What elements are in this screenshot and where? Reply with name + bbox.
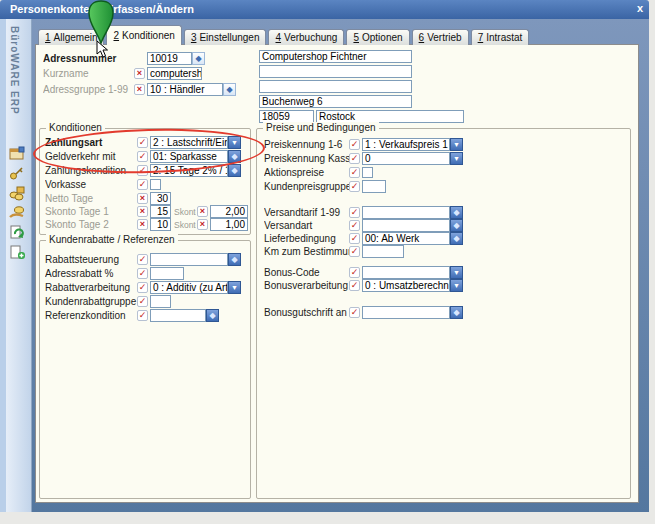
combo-arrow-icon[interactable]: ▼ xyxy=(450,152,463,165)
field-check-icon[interactable]: ✓ xyxy=(137,254,148,265)
lookup-icon[interactable]: ◆ xyxy=(228,164,241,177)
preiskennung-combobox[interactable]: 1 : Verkaufspreis 1 xyxy=(362,138,450,151)
name3-input[interactable] xyxy=(259,80,412,93)
kurzname-input[interactable]: computersh xyxy=(147,67,202,80)
bonusverarbeitung-combobox[interactable]: 0 : Umsatzberechnung Adr xyxy=(362,279,450,292)
field-check-icon[interactable]: ✓ xyxy=(349,233,360,244)
lookup-icon[interactable]: ◆ xyxy=(192,52,205,65)
lookup-icon[interactable]: ◆ xyxy=(450,219,463,232)
adressgruppe-combobox[interactable]: 10 : Händler xyxy=(147,83,223,96)
field-check-icon[interactable]: ✓ xyxy=(137,137,148,148)
skonto-prozent-1-input[interactable]: 2,00 xyxy=(210,205,248,218)
aktionspreise-checkbox[interactable] xyxy=(362,167,373,178)
field-check-icon[interactable]: ✓ xyxy=(349,267,360,278)
lookup-icon[interactable]: ◆ xyxy=(223,83,236,96)
main-panel: Adressnummer 10019 ◆ Kurzname × computer… xyxy=(35,44,639,503)
field-clear-icon[interactable]: × xyxy=(134,68,145,79)
field-row-referenzkondition: Referenzkondition ✓ ◆ xyxy=(45,309,219,322)
name1-input[interactable]: Computershop Fichtner xyxy=(259,50,412,63)
vorkasse-checkbox[interactable] xyxy=(150,179,161,190)
field-clear-icon[interactable]: × xyxy=(137,206,148,217)
tab-einstellungen[interactable]: 3Einstellungen xyxy=(184,29,267,45)
field-row-skonto-tage-2: Skonto Tage 2 × 10 Skonto % × 1,00 xyxy=(45,218,248,231)
geldverkehr-combobox[interactable]: 01: Sparkasse xyxy=(150,150,228,163)
combo-arrow-icon[interactable]: ▼ xyxy=(450,266,463,279)
lookup-icon[interactable]: ◆ xyxy=(450,232,463,245)
field-row-netto-tage: Netto Tage × 30 xyxy=(45,192,171,205)
field-check-icon[interactable]: ✓ xyxy=(137,151,148,162)
lookup-icon[interactable]: ◆ xyxy=(450,306,463,319)
field-check-icon[interactable]: ✓ xyxy=(137,296,148,307)
close-icon[interactable]: x xyxy=(637,0,643,17)
combo-arrow-icon[interactable]: ▼ xyxy=(450,138,463,151)
field-check-icon[interactable]: ✓ xyxy=(349,181,360,192)
km-bestimmungsort-input[interactable] xyxy=(362,245,404,258)
zahlungsart-combobox[interactable]: 2 : Lastschrift/Einzugserm xyxy=(150,136,228,149)
tab-verbuchung[interactable]: 4Verbuchung xyxy=(268,29,344,45)
lookup-icon[interactable]: ◆ xyxy=(228,253,241,266)
group-preise: Preise und Bedingungen Preiskennung 1-6 … xyxy=(256,128,631,499)
tab-konditionen[interactable]: 2Konditionen xyxy=(106,25,181,45)
coins-icon[interactable] xyxy=(9,186,25,201)
form-icon[interactable] xyxy=(9,146,25,161)
field-check-icon[interactable]: ✓ xyxy=(137,165,148,176)
netto-tage-input[interactable]: 30 xyxy=(150,192,171,205)
field-row-kundenrabattgruppe: Kundenrabattgruppe ✓ xyxy=(45,295,171,308)
rabattsteuerung-combobox[interactable] xyxy=(150,253,228,266)
kundenpreisgruppe-input[interactable] xyxy=(362,180,386,193)
combo-arrow-icon[interactable]: ▼ xyxy=(228,281,241,294)
street-input[interactable]: Buchenweg 6 xyxy=(259,95,412,108)
field-check-icon[interactable]: ✓ xyxy=(349,246,360,257)
key-icon[interactable] xyxy=(9,166,25,181)
referenzkondition-input[interactable] xyxy=(150,309,206,322)
payment-icon[interactable] xyxy=(9,205,25,220)
field-row-adressnummer: Adressnummer 10019 ◆ xyxy=(43,52,205,65)
document-add-icon[interactable] xyxy=(9,245,25,260)
field-check-icon[interactable]: ✓ xyxy=(349,207,360,218)
field-row-rabattverarbeitung: Rabattverarbeitung ✓ 0 : Additiv (zu Art… xyxy=(45,281,241,294)
skonto-tage-1-input[interactable]: 15 xyxy=(150,205,171,218)
lieferbedingung-combobox[interactable]: 00: Ab Werk xyxy=(362,232,450,245)
skonto-tage-2-input[interactable]: 10 xyxy=(150,218,171,231)
field-check-icon[interactable]: ✓ xyxy=(137,268,148,279)
field-clear-icon[interactable]: × xyxy=(134,84,145,95)
field-clear-icon[interactable]: × xyxy=(197,219,208,230)
bonusgutschrift-input[interactable] xyxy=(362,306,450,319)
field-row-km-bestimmungsort: Km zum Bestimmungsort ✓ xyxy=(264,245,404,258)
rabattverarbeitung-combobox[interactable]: 0 : Additiv (zu Artikel/WGR xyxy=(150,281,228,294)
field-check-icon[interactable]: ✓ xyxy=(137,282,148,293)
field-check-icon[interactable]: ✓ xyxy=(349,153,360,164)
versandart-input[interactable] xyxy=(362,219,450,232)
field-check-icon[interactable]: ✓ xyxy=(349,280,360,291)
adressrabatt-input[interactable] xyxy=(150,267,184,280)
lookup-icon[interactable]: ◆ xyxy=(206,309,219,322)
combo-arrow-icon[interactable]: ▼ xyxy=(450,279,463,292)
kundenrabattgruppe-input[interactable] xyxy=(150,295,171,308)
field-check-icon[interactable]: ✓ xyxy=(349,307,360,318)
field-row-adressgruppe: Adressgruppe 1-99 × 10 : Händler ◆ xyxy=(43,83,236,96)
tab-vertrieb[interactable]: 6Vertrieb xyxy=(412,29,469,45)
field-check-icon[interactable]: ✓ xyxy=(137,310,148,321)
versandtarif-input[interactable] xyxy=(362,206,450,219)
field-clear-icon[interactable]: × xyxy=(197,206,208,217)
field-row-bonusverarbeitung: Bonusverarbeitung ✓ 0 : Umsatzberechnung… xyxy=(264,279,463,292)
bonus-code-combobox[interactable] xyxy=(362,266,450,279)
lookup-icon[interactable]: ◆ xyxy=(228,150,241,163)
tab-optionen[interactable]: 5Optionen xyxy=(346,29,409,45)
preiskennung-kasse-combobox[interactable]: 0 xyxy=(362,152,450,165)
name2-input[interactable] xyxy=(259,65,412,78)
field-check-icon[interactable]: ✓ xyxy=(349,220,360,231)
field-clear-icon[interactable]: × xyxy=(137,193,148,204)
brand-label: BüroWARE ERP xyxy=(9,26,20,115)
document-refresh-icon[interactable] xyxy=(9,225,25,240)
field-clear-icon[interactable]: × xyxy=(137,219,148,230)
field-check-icon[interactable]: ✓ xyxy=(137,179,148,190)
lookup-icon[interactable]: ◆ xyxy=(450,206,463,219)
adressnummer-input[interactable]: 10019 xyxy=(147,52,192,65)
combo-arrow-icon[interactable]: ▼ xyxy=(228,136,241,149)
zahlungskondition-combobox[interactable]: 2: 15 Tage 2% / 10 Tag xyxy=(150,164,228,177)
skonto-prozent-2-input[interactable]: 1,00 xyxy=(210,218,248,231)
field-check-icon[interactable]: ✓ xyxy=(349,167,360,178)
field-check-icon[interactable]: ✓ xyxy=(349,139,360,150)
tab-intrastat[interactable]: 7Intrastat xyxy=(471,29,530,45)
